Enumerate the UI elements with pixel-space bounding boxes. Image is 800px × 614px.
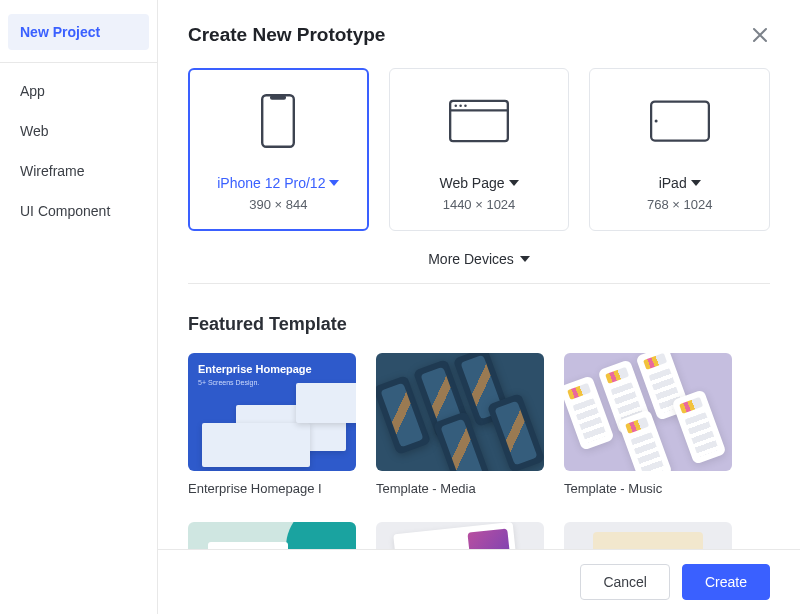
main-panel: Create New Prototype iPhone 12 Pro/12 39… bbox=[158, 0, 800, 614]
sidebar: New Project App Web Wireframe UI Compone… bbox=[0, 0, 158, 614]
device-card-web[interactable]: Web Page 1440 × 1024 bbox=[389, 68, 570, 231]
divider bbox=[0, 62, 157, 63]
thumb-sub: 5+ Screens Design. bbox=[198, 379, 259, 386]
more-devices-label: More Devices bbox=[428, 251, 514, 267]
sidebar-tab-new-project[interactable]: New Project bbox=[8, 14, 149, 50]
thumb-heading: Enterprise Homepage bbox=[198, 363, 312, 375]
device-label[interactable]: iPad bbox=[659, 175, 701, 191]
device-label[interactable]: Web Page bbox=[439, 175, 518, 191]
template-title: Template - Media bbox=[376, 481, 544, 496]
sidebar-item-web[interactable]: Web bbox=[8, 111, 149, 151]
svg-rect-7 bbox=[651, 102, 709, 141]
device-dimensions: 768 × 1024 bbox=[647, 197, 712, 212]
device-card-ipad[interactable]: iPad 768 × 1024 bbox=[589, 68, 770, 231]
phone-icon bbox=[248, 91, 308, 151]
content-scroll[interactable]: Create New Prototype iPhone 12 Pro/12 39… bbox=[158, 0, 800, 614]
svg-rect-1 bbox=[270, 95, 286, 100]
chevron-down-icon bbox=[691, 180, 701, 186]
template-grid: Enterprise Homepage 5+ Screens Design. E… bbox=[188, 353, 770, 496]
svg-rect-2 bbox=[450, 101, 508, 141]
more-devices-button[interactable]: More Devices bbox=[188, 231, 770, 284]
device-name: Web Page bbox=[439, 175, 504, 191]
chevron-down-icon bbox=[329, 180, 339, 186]
sidebar-item-app[interactable]: App bbox=[8, 71, 149, 111]
footer: Cancel Create bbox=[158, 549, 800, 614]
svg-point-6 bbox=[464, 104, 467, 107]
device-options: iPhone 12 Pro/12 390 × 844 Web Page 1440… bbox=[188, 68, 770, 231]
device-label[interactable]: iPhone 12 Pro/12 bbox=[217, 175, 339, 191]
device-dimensions: 1440 × 1024 bbox=[443, 197, 516, 212]
device-card-iphone[interactable]: iPhone 12 Pro/12 390 × 844 bbox=[188, 68, 369, 231]
page-title: Create New Prototype bbox=[188, 24, 385, 46]
chevron-down-icon bbox=[509, 180, 519, 186]
featured-template-heading: Featured Template bbox=[188, 314, 770, 335]
template-title: Template - Music bbox=[564, 481, 732, 496]
browser-icon bbox=[449, 91, 509, 151]
template-thumbnail: Enterprise Homepage 5+ Screens Design. bbox=[188, 353, 356, 471]
svg-rect-0 bbox=[263, 95, 295, 147]
template-card-music[interactable]: Template - Music bbox=[564, 353, 732, 496]
template-card-media[interactable]: Template - Media bbox=[376, 353, 544, 496]
svg-point-8 bbox=[654, 120, 657, 123]
create-button[interactable]: Create bbox=[682, 564, 770, 600]
device-name: iPad bbox=[659, 175, 687, 191]
template-title: Enterprise Homepage I bbox=[188, 481, 356, 496]
template-card-enterprise[interactable]: Enterprise Homepage 5+ Screens Design. E… bbox=[188, 353, 356, 496]
svg-point-5 bbox=[459, 104, 462, 107]
dialog-root: New Project App Web Wireframe UI Compone… bbox=[0, 0, 800, 614]
template-thumbnail bbox=[376, 353, 544, 471]
cancel-button[interactable]: Cancel bbox=[580, 564, 670, 600]
chevron-down-icon bbox=[520, 256, 530, 262]
device-dimensions: 390 × 844 bbox=[249, 197, 307, 212]
tablet-icon bbox=[650, 91, 710, 151]
close-button[interactable] bbox=[750, 25, 770, 45]
svg-point-4 bbox=[455, 104, 458, 107]
sidebar-item-wireframe[interactable]: Wireframe bbox=[8, 151, 149, 191]
sidebar-item-ui-component[interactable]: UI Component bbox=[8, 191, 149, 231]
device-name: iPhone 12 Pro/12 bbox=[217, 175, 325, 191]
header: Create New Prototype bbox=[188, 24, 770, 46]
close-icon bbox=[752, 27, 768, 43]
template-thumbnail bbox=[564, 353, 732, 471]
